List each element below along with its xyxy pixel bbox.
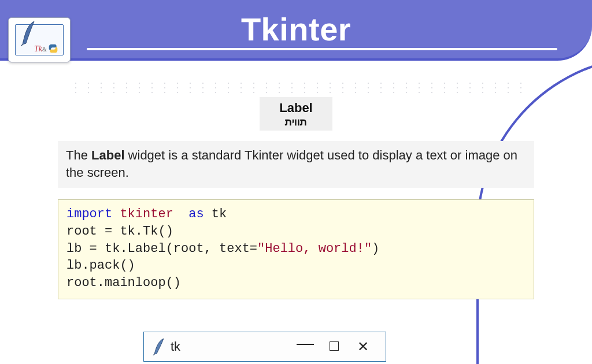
minimize-button[interactable]: — xyxy=(291,340,320,346)
svg-line-1 xyxy=(153,354,154,355)
header-underline xyxy=(87,48,557,50)
code-line4: lb.pack() xyxy=(66,258,135,273)
description-box: The Label widget is a standard Tkinter w… xyxy=(58,141,534,188)
logo-text: Tk& xyxy=(34,44,47,54)
code-kw-as: as xyxy=(188,207,204,221)
close-button[interactable]: ✕ xyxy=(349,339,378,355)
code-box: import tkinter as tk root = tk.Tk() lb =… xyxy=(58,199,534,299)
chip-subtitle-hebrew: תווית xyxy=(260,116,332,128)
svg-line-0 xyxy=(20,44,23,46)
desc-prefix: The xyxy=(66,148,91,162)
code-alias: tk xyxy=(212,207,227,221)
chip-title: Label xyxy=(260,101,332,116)
code-line3-str: "Hello, world!" xyxy=(257,242,372,256)
code-line3-post: ) xyxy=(372,242,379,256)
code-line3-pre: lb = tk.Label(root, text= xyxy=(66,242,257,256)
tk-window-mock: tk — ✕ xyxy=(143,332,386,362)
desc-rest: widget is a standard Tkinter widget used… xyxy=(66,148,517,180)
dot-strip xyxy=(69,81,523,96)
logo-box: Tk& xyxy=(8,17,71,62)
section-chip: Label תווית xyxy=(260,97,332,131)
feather-icon xyxy=(152,338,165,355)
code-kw-import: import xyxy=(66,207,112,221)
maximize-button[interactable] xyxy=(320,339,349,354)
code-mod-tkinter: tkinter xyxy=(120,207,173,221)
page-title: Tkinter xyxy=(0,10,592,48)
content-area: Label תווית The Label widget is a standa… xyxy=(58,97,534,299)
code-line2: root = tk.Tk() xyxy=(66,224,173,239)
python-icon xyxy=(48,43,58,54)
tk-titlebar: tk — ✕ xyxy=(144,332,386,361)
desc-bold: Label xyxy=(91,148,124,162)
logo-tk: Tk xyxy=(34,44,42,53)
tk-window-title: tk xyxy=(171,339,180,354)
maximize-icon xyxy=(330,341,339,351)
feather-icon xyxy=(19,20,35,46)
logo-amp: & xyxy=(42,46,47,53)
header-bar: Tkinter xyxy=(0,0,592,61)
code-line5: root.mainloop() xyxy=(66,276,181,290)
logo-inner: Tk& xyxy=(15,24,64,55)
